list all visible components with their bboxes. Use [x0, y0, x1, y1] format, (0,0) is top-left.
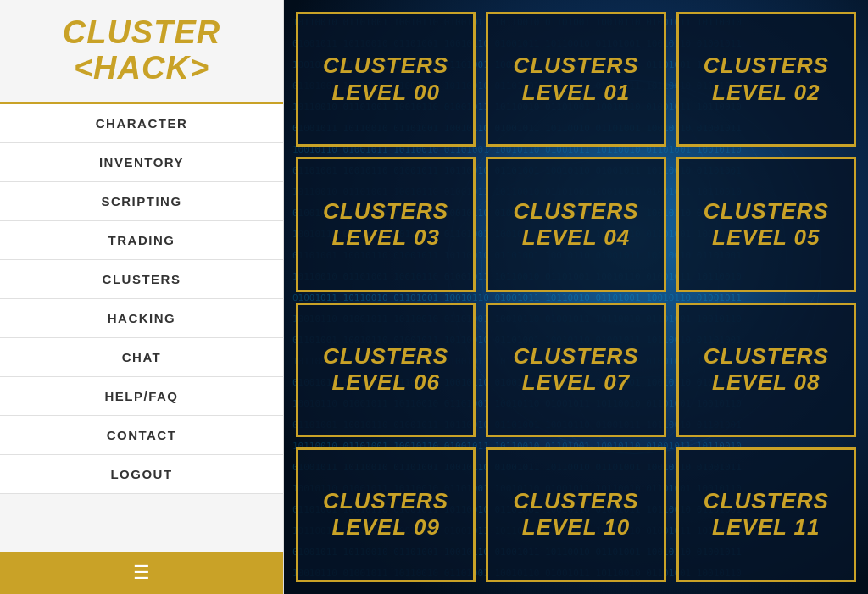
sidebar-item-clusters[interactable]: CLUSTERS: [0, 260, 283, 299]
cluster-card-label-level-08: CLUSTERSLEVEL 08: [704, 343, 829, 396]
cluster-card-level-01[interactable]: CLUSTERSLEVEL 01: [486, 12, 665, 147]
logo-line1: CLUSTER: [63, 14, 220, 50]
cluster-card-level-02[interactable]: CLUSTERSLEVEL 02: [676, 12, 856, 147]
sidebar-item-helpfaq[interactable]: HELP/FAQ: [0, 377, 283, 416]
cluster-card-level-00[interactable]: CLUSTERSLEVEL 00: [296, 12, 476, 147]
sidebar-item-logout[interactable]: LOGOUT: [0, 455, 283, 494]
cluster-card-level-03[interactable]: CLUSTERSLEVEL 03: [296, 157, 476, 291]
sidebar-logo: CLUSTER <HACK>: [0, 0, 283, 104]
sidebar-item-inventory[interactable]: INVENTORY: [0, 143, 283, 182]
sidebar-logo-text: CLUSTER <HACK>: [8, 15, 275, 86]
sidebar-nav: CHARACTERINVENTORYSCRIPTINGTRADINGCLUSTE…: [0, 104, 283, 552]
cluster-card-label-level-05: CLUSTERSLEVEL 05: [704, 198, 829, 251]
sidebar: CLUSTER <HACK> CHARACTERINVENTORYSCRIPTI…: [0, 0, 284, 594]
cluster-card-label-level-02: CLUSTERSLEVEL 02: [704, 53, 829, 105]
cluster-card-level-06[interactable]: CLUSTERSLEVEL 06: [296, 303, 476, 437]
cluster-card-label-level-06: CLUSTERSLEVEL 06: [323, 343, 448, 396]
cluster-card-level-04[interactable]: CLUSTERSLEVEL 04: [486, 157, 665, 291]
cluster-card-label-level-11: CLUSTERSLEVEL 11: [704, 488, 829, 541]
cluster-card-label-level-03: CLUSTERSLEVEL 03: [323, 198, 448, 251]
cluster-card-label-level-01: CLUSTERSLEVEL 01: [513, 53, 638, 105]
cluster-card-label-level-00: CLUSTERSLEVEL 00: [323, 53, 448, 105]
cluster-card-level-08[interactable]: CLUSTERSLEVEL 08: [676, 303, 856, 437]
cluster-card-label-level-10: CLUSTERSLEVEL 10: [513, 488, 638, 541]
sidebar-item-contact[interactable]: CONTACT: [0, 416, 283, 455]
cluster-card-level-09[interactable]: CLUSTERSLEVEL 09: [296, 447, 476, 582]
sidebar-footer: ☰: [0, 552, 283, 594]
logo-line2: <HACK>: [74, 50, 209, 86]
cluster-card-label-level-09: CLUSTERSLEVEL 09: [323, 488, 448, 541]
cluster-card-level-11[interactable]: CLUSTERSLEVEL 11: [676, 447, 856, 582]
sidebar-item-character[interactable]: CHARACTER: [0, 104, 283, 143]
cluster-card-level-07[interactable]: CLUSTERSLEVEL 07: [486, 303, 665, 437]
cluster-card-label-level-04: CLUSTERSLEVEL 04: [513, 198, 638, 251]
sidebar-item-trading[interactable]: TRADING: [0, 221, 283, 260]
sidebar-item-chat[interactable]: CHAT: [0, 338, 283, 377]
cluster-grid: CLUSTERSLEVEL 00CLUSTERSLEVEL 01CLUSTERS…: [284, 0, 868, 594]
sidebar-item-hacking[interactable]: HACKING: [0, 299, 283, 338]
main-content: 10110010 01101001 10010110 01001011 1011…: [284, 0, 868, 594]
hamburger-icon[interactable]: ☰: [133, 562, 150, 583]
cluster-card-level-10[interactable]: CLUSTERSLEVEL 10: [486, 447, 665, 582]
cluster-card-level-05[interactable]: CLUSTERSLEVEL 05: [676, 157, 856, 291]
cluster-card-label-level-07: CLUSTERSLEVEL 07: [513, 343, 638, 396]
sidebar-item-scripting[interactable]: SCRIPTING: [0, 182, 283, 221]
